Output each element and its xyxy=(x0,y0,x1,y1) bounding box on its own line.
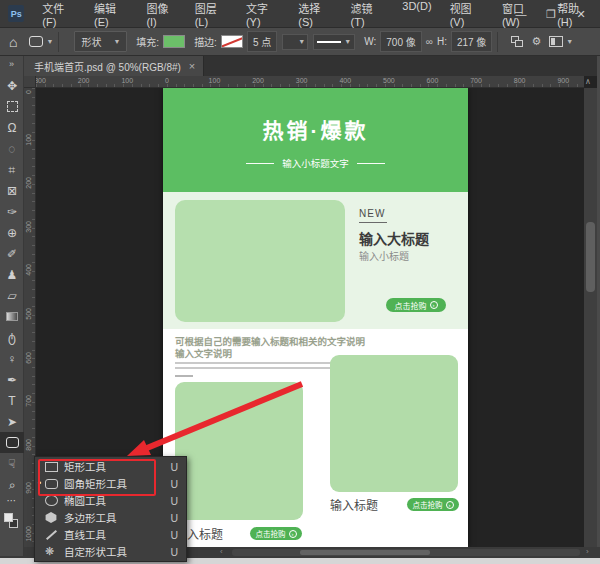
fill-color-swatch[interactable] xyxy=(163,35,185,48)
flyout-item-custom-shape[interactable]: ❋自定形状工具U xyxy=(35,543,186,560)
menu-item-4[interactable]: 图层(L) xyxy=(187,0,236,31)
healing-brush-tool[interactable]: ⊕ xyxy=(0,222,24,243)
move-tool[interactable]: ✥ xyxy=(0,75,24,96)
width-label: W: xyxy=(364,36,376,47)
vertical-scrollbar[interactable] xyxy=(584,88,597,547)
path-selection-tool[interactable]: ➤ xyxy=(0,411,24,432)
badge-underline xyxy=(359,222,387,223)
custom-shape-icon: ❋ xyxy=(45,546,54,557)
ruler-label: 200 xyxy=(252,77,264,84)
annotation-highlight-rect xyxy=(38,459,156,496)
tool-options-bar: ⌂ ▼ 形状 ▼ 填充: 描边: 5 点 ▼ ▼ W: 700 像 ∞ H: 2… xyxy=(0,28,600,56)
menu-item-9[interactable]: 视图(V) xyxy=(442,0,492,31)
menu-item-3[interactable]: 图像(I) xyxy=(138,0,184,31)
frame-tool[interactable]: ⊠ xyxy=(0,180,24,201)
stroke-color-swatch[interactable] xyxy=(221,35,243,48)
flyout-item-shortcut: U xyxy=(170,461,178,473)
edit-toolbar-icon[interactable]: ⋯ xyxy=(0,495,23,511)
solid-line-icon xyxy=(317,41,341,43)
buy-button-label: 点击抢购 xyxy=(256,528,286,539)
crop-tool[interactable]: ⌗ xyxy=(0,159,24,180)
dodge-tool[interactable]: ♀ xyxy=(0,348,24,369)
foreground-color-swatch[interactable] xyxy=(4,513,13,522)
feature-section: NEW 输入大标题 输入小标题 点击抢购 › xyxy=(163,192,468,329)
menu-item-1[interactable]: 文件(F) xyxy=(34,0,84,31)
ruler-label: 200 xyxy=(78,77,90,84)
ruler-label: 800 xyxy=(25,439,32,451)
ruler-label: 300 xyxy=(25,221,32,233)
menu-item-7[interactable]: 滤镜(T) xyxy=(343,0,393,31)
quick-selection-tool[interactable]: ◌ xyxy=(0,138,24,159)
height-input[interactable]: 217 像 xyxy=(451,31,492,52)
shape-tool[interactable] xyxy=(0,432,24,453)
link-dimensions-icon[interactable]: ∞ xyxy=(426,36,433,47)
width-input[interactable]: 700 像 xyxy=(380,31,421,52)
product-image-placeholder xyxy=(175,382,303,520)
menu-item-5[interactable]: 文字(Y) xyxy=(238,0,288,31)
home-icon[interactable]: ⌂ xyxy=(9,34,17,50)
flyout-item-polygon[interactable]: 多边形工具U xyxy=(35,509,186,526)
flyout-item-line[interactable]: 直线工具U xyxy=(35,526,186,543)
chevron-down-icon: ▼ xyxy=(113,38,120,45)
zoom-tool[interactable]: ⌕ xyxy=(0,474,24,495)
hand-tool[interactable]: ☟ xyxy=(0,453,24,474)
path-operations-icon[interactable] xyxy=(511,36,523,47)
stroke-width-input[interactable]: 5 点 xyxy=(247,31,277,52)
dash-decoration xyxy=(357,163,385,164)
type-tool[interactable]: T xyxy=(0,390,24,411)
lasso-tool[interactable]: Ω xyxy=(0,117,24,138)
align-edges-icon[interactable] xyxy=(549,36,563,47)
close-icon[interactable]: × xyxy=(189,60,195,72)
menu-item-8[interactable]: 3D(D) xyxy=(394,0,439,31)
line-icon xyxy=(46,529,57,539)
gear-icon[interactable]: ⚙ xyxy=(531,35,541,48)
shape-tool-icon xyxy=(6,437,19,448)
vertical-scrollbar-thumb[interactable] xyxy=(586,222,595,292)
product-title: 输入标题 xyxy=(330,496,378,513)
tool-mode-value: 形状 xyxy=(81,34,101,49)
scroll-left-icon[interactable]: ‹ xyxy=(220,547,223,556)
ruler-label: 400 xyxy=(25,264,32,276)
divider xyxy=(497,32,498,52)
brush-tool[interactable]: ✐ xyxy=(0,243,24,264)
pen-tool[interactable]: ✒ xyxy=(0,369,24,390)
menu-item-2[interactable]: 编辑(E) xyxy=(86,0,136,31)
eyedropper-tool[interactable]: ✑ xyxy=(0,201,24,222)
blur-tool[interactable]: ტ xyxy=(0,327,24,348)
scroll-right-icon[interactable]: › xyxy=(586,547,589,556)
document-tab[interactable]: 手机端首页.psd @ 50%(RGB/8#) × xyxy=(24,56,204,76)
chevron-down-icon: ▼ xyxy=(298,38,305,45)
ruler-label: 900 xyxy=(25,482,32,494)
stroke-options-dropdown[interactable]: ▼ xyxy=(282,34,308,50)
menu-item-6[interactable]: 选择(S) xyxy=(290,0,340,31)
ruler-label: 1000 xyxy=(25,526,32,542)
marquee-tool[interactable] xyxy=(0,96,24,117)
ruler-label: 200 xyxy=(25,177,32,189)
scroll-up-icon[interactable]: ∧ xyxy=(585,77,591,86)
dash-decoration xyxy=(246,163,274,164)
color-swatches[interactable] xyxy=(0,511,24,531)
tool-preset-button[interactable]: ▼ xyxy=(29,36,53,47)
stroke-style-dropdown[interactable]: ▼ xyxy=(313,34,355,50)
horizontal-scrollbar-thumb[interactable] xyxy=(300,550,430,555)
ruler-label: 900 xyxy=(557,77,569,84)
clone-stamp-tool[interactable]: ♟ xyxy=(0,264,24,285)
minimize-button[interactable]: — xyxy=(506,8,536,20)
document-canvas[interactable]: 热销·爆款 输入小标题文字 NEW 输入大标题 输入小标题 点击抢购 › xyxy=(163,88,468,547)
window-controls: — ❐ ✕ xyxy=(506,0,596,28)
gradient-tool[interactable] xyxy=(0,306,24,327)
gradient-tool-icon xyxy=(6,312,18,321)
ruler-label: 100 xyxy=(209,77,221,84)
ruler-label: 500 xyxy=(383,77,395,84)
collapse-panel-icon[interactable]: » xyxy=(0,56,23,75)
close-button[interactable]: ✕ xyxy=(566,8,596,21)
maximize-button[interactable]: ❐ xyxy=(536,8,566,21)
flyout-item-shortcut: U xyxy=(170,512,178,524)
buy-button-label: 点击抢购 xyxy=(413,499,443,510)
eraser-tool[interactable]: ▱ xyxy=(0,285,24,306)
rounded-rect-preset-icon xyxy=(29,36,43,47)
tool-mode-select[interactable]: 形状 ▼ xyxy=(74,31,127,52)
horizontal-scrollbar[interactable] xyxy=(232,549,580,556)
flyout-item-label: 多边形工具 xyxy=(64,510,170,525)
product-image-placeholder xyxy=(330,355,458,492)
